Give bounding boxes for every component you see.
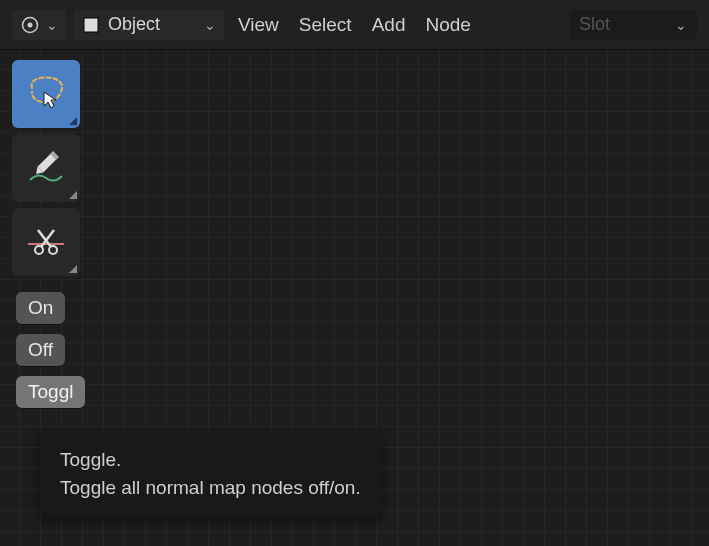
editor-header: ⌄ Object ⌄ View Select Add Node Slot ⌄ — [0, 0, 709, 50]
tooltip-title: Toggle. — [60, 446, 361, 474]
operator-panel: On Off Toggl — [16, 292, 85, 408]
svg-point-1 — [28, 22, 33, 27]
interaction-mode-dropdown[interactable]: Object ⌄ — [74, 10, 224, 40]
menu-view[interactable]: View — [232, 14, 285, 36]
menu-node[interactable]: Node — [419, 14, 476, 36]
slot-label: Slot — [579, 14, 610, 35]
menu-select[interactable]: Select — [293, 14, 358, 36]
chevron-down-icon: ⌄ — [204, 17, 216, 33]
select-tool[interactable] — [12, 60, 80, 128]
toggle-button[interactable]: Toggl — [16, 376, 85, 408]
node-editor-icon — [20, 15, 40, 35]
annotate-tool[interactable] — [12, 134, 80, 202]
links-cut-tool[interactable] — [12, 208, 80, 276]
lasso-select-icon — [24, 72, 68, 116]
chevron-down-icon: ⌄ — [46, 17, 58, 33]
interaction-mode-label: Object — [108, 14, 160, 35]
object-mode-icon — [82, 16, 100, 34]
menu-add[interactable]: Add — [366, 14, 412, 36]
tool-sidebar — [12, 60, 80, 276]
svg-rect-2 — [84, 18, 98, 32]
slot-dropdown[interactable]: Slot ⌄ — [569, 10, 697, 40]
chevron-down-icon: ⌄ — [675, 17, 687, 33]
scissors-icon — [24, 220, 68, 264]
editor-type-dropdown[interactable]: ⌄ — [12, 10, 66, 40]
pencil-annotate-icon — [24, 146, 68, 190]
off-button[interactable]: Off — [16, 334, 65, 366]
tooltip-body: Toggle all normal map nodes off/on. — [60, 474, 361, 502]
on-button[interactable]: On — [16, 292, 65, 324]
tooltip: Toggle. Toggle all normal map nodes off/… — [40, 430, 381, 517]
